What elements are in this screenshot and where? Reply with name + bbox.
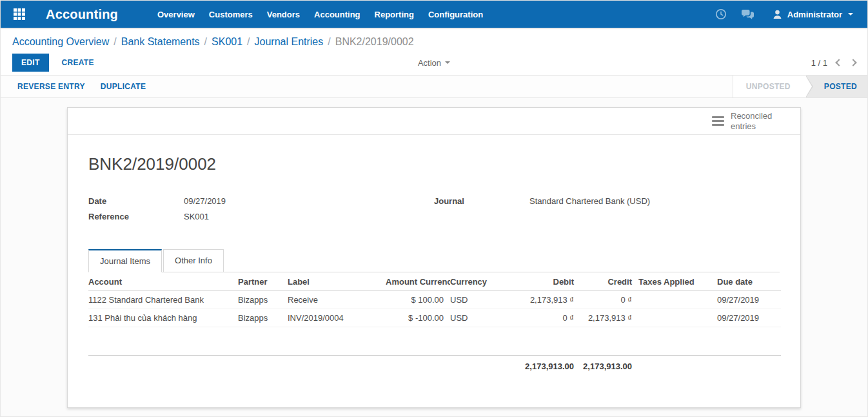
- cell-amount-currency: $ -100.00: [386, 309, 450, 327]
- breadcrumb-bank-statements[interactable]: Bank Statements: [121, 36, 200, 47]
- menu-item-reporting[interactable]: Reporting: [368, 1, 421, 28]
- cell-debit: 0 ₫: [497, 309, 580, 327]
- cell-account: 131 Phải thu của khách hàng: [88, 309, 238, 327]
- reference-label: Reference: [88, 212, 184, 221]
- breadcrumb-separator: /: [328, 36, 330, 47]
- bars-icon: [712, 116, 724, 126]
- field-column-right: Journal Standard Chartered Bank (USD): [434, 196, 780, 227]
- cell-credit: 0 ₫: [580, 291, 638, 309]
- breadcrumb-sk001[interactable]: SK001: [212, 36, 242, 47]
- breadcrumb-accounting-overview[interactable]: Accounting Overview: [12, 36, 109, 47]
- apps-grid-icon: [13, 8, 26, 21]
- control-panel-buttons: EDIT CREATE Action 1 / 1: [1, 50, 867, 75]
- tab-other-info[interactable]: Other Info: [163, 249, 224, 272]
- breadcrumb-separator: /: [247, 36, 250, 47]
- menu-item-accounting[interactable]: Accounting: [307, 1, 368, 28]
- clock-icon: [715, 8, 727, 20]
- field-group: Date 09/27/2019 Reference SK001 Journal …: [88, 196, 780, 227]
- debit-total: 2,173,913.00: [497, 356, 580, 376]
- menu-item-configuration[interactable]: Configuration: [421, 1, 490, 28]
- cell-account: 1122 Standard Chartered Bank: [88, 291, 238, 309]
- chat-bubbles-icon: [741, 9, 755, 20]
- app-brand[interactable]: Accounting: [46, 7, 118, 22]
- col-due-date[interactable]: Due date: [717, 272, 781, 291]
- accounting-app-window: Accounting Overview Customers Vendors Ac…: [0, 0, 868, 417]
- cell-partner: Bizapps: [238, 291, 288, 309]
- cell-debit: 2,173,913 ₫: [497, 291, 580, 309]
- reconciled-entries-label: Reconciled entries: [731, 111, 781, 131]
- messaging-button[interactable]: [734, 1, 762, 28]
- form-sheet: Reconciled entries BNK2/2019/0002 Date 0…: [67, 107, 801, 408]
- menu-item-overview[interactable]: Overview: [150, 1, 202, 28]
- col-partner[interactable]: Partner: [238, 272, 288, 291]
- cell-currency: USD: [450, 309, 497, 327]
- sheet-body: BNK2/2019/0002 Date 09/27/2019 Reference…: [68, 135, 800, 407]
- journal-label: Journal: [434, 196, 529, 206]
- pager-previous-icon[interactable]: [835, 59, 842, 66]
- status-posted[interactable]: POSTED: [806, 76, 867, 97]
- col-debit[interactable]: Debit: [497, 272, 580, 291]
- status-unposted[interactable]: UNPOSTED: [733, 76, 806, 97]
- edit-button[interactable]: EDIT: [12, 54, 49, 72]
- apps-menu-button[interactable]: [1, 1, 38, 28]
- col-credit[interactable]: Credit: [580, 272, 638, 291]
- action-dropdown[interactable]: Action: [411, 58, 457, 68]
- field-date: Date 09/27/2019: [88, 196, 434, 206]
- credit-total: 2,173,913.00: [580, 356, 638, 376]
- col-label[interactable]: Label: [288, 272, 386, 291]
- user-menu[interactable]: Administrator: [762, 1, 858, 28]
- activities-button[interactable]: [708, 1, 734, 28]
- cell-credit: 2,173,913 ₫: [580, 309, 638, 327]
- cell-amount-currency: $ 100.00: [386, 291, 450, 309]
- breadcrumb-separator: /: [113, 36, 116, 47]
- notebook-tabs: Journal Items Other Info: [88, 249, 780, 272]
- tab-journal-items[interactable]: Journal Items: [88, 249, 162, 272]
- table-totals-row: 2,173,913.00 2,173,913.00: [88, 356, 781, 376]
- field-journal: Journal Standard Chartered Bank (USD): [434, 196, 780, 206]
- statusbar: UNPOSTED POSTED: [733, 76, 867, 97]
- create-button[interactable]: CREATE: [58, 57, 98, 68]
- cell-taxes-applied: [638, 291, 717, 309]
- journal-item-row[interactable]: 1122 Standard Chartered Bank Bizapps Rec…: [88, 291, 781, 309]
- breadcrumb-journal-entries[interactable]: Journal Entries: [255, 36, 324, 47]
- pager-next-icon[interactable]: [849, 59, 856, 66]
- field-column-left: Date 09/27/2019 Reference SK001: [88, 196, 434, 227]
- cell-partner: Bizapps: [238, 309, 288, 327]
- pager-value: 1 / 1: [811, 58, 827, 68]
- col-amount-currency[interactable]: Amount Currency: [386, 272, 450, 291]
- cell-currency: USD: [450, 291, 497, 309]
- main-menu: Overview Customers Vendors Accounting Re…: [150, 1, 490, 28]
- col-currency[interactable]: Currency: [450, 272, 497, 291]
- cell-label: INV/2019/0004: [288, 309, 386, 327]
- breadcrumb-current: BNK2/2019/0002: [335, 36, 414, 47]
- duplicate-button[interactable]: DUPLICATE: [101, 76, 146, 97]
- journal-value: Standard Chartered Bank (USD): [529, 196, 650, 206]
- reconciled-entries-button[interactable]: Reconciled entries: [712, 111, 781, 131]
- button-box: Reconciled entries: [68, 108, 800, 135]
- date-label: Date: [88, 196, 184, 206]
- reverse-entry-button[interactable]: REVERSE ENTRY: [17, 76, 85, 97]
- content-area: Reconciled entries BNK2/2019/0002 Date 0…: [1, 98, 867, 416]
- menu-item-customers[interactable]: Customers: [202, 1, 260, 28]
- action-caret-icon: [445, 61, 450, 64]
- table-empty-space: [88, 327, 781, 356]
- user-caret-icon: [848, 13, 853, 15]
- record-title: BNK2/2019/0002: [88, 154, 780, 174]
- col-account[interactable]: Account: [88, 272, 238, 291]
- pager: 1 / 1: [811, 58, 856, 68]
- user-avatar-icon: [772, 9, 783, 20]
- reference-value: SK001: [184, 212, 209, 221]
- action-dropdown-label: Action: [418, 58, 441, 68]
- breadcrumb-separator: /: [204, 36, 207, 47]
- cell-label: Receive: [288, 291, 386, 309]
- col-taxes-applied[interactable]: Taxes Applied: [638, 272, 717, 291]
- breadcrumb-row: Accounting Overview/Bank Statements/SK00…: [1, 28, 867, 50]
- breadcrumb: Accounting Overview/Bank Statements/SK00…: [12, 36, 856, 48]
- menu-item-vendors[interactable]: Vendors: [260, 1, 307, 28]
- user-name: Administrator: [787, 10, 842, 19]
- table-header-row: Account Partner Label Amount Currency Cu…: [88, 272, 781, 291]
- journal-item-row[interactable]: 131 Phải thu của khách hàng Bizapps INV/…: [88, 309, 781, 327]
- journal-items-table: Account Partner Label Amount Currency Cu…: [88, 272, 781, 375]
- top-navbar: Accounting Overview Customers Vendors Ac…: [1, 1, 867, 28]
- navbar-right: Administrator: [708, 1, 867, 28]
